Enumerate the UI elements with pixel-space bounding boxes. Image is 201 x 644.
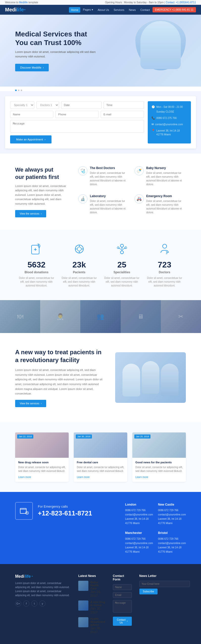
specialities-desc: Dolor sit amet, consectetuar tur eift, s…: [103, 276, 141, 287]
office-newcastle: New Castle 0086 672 729 766 contact@your…: [158, 502, 186, 525]
footer-about-text: Lorem ipsum dolor sit amet, consectetuar…: [15, 581, 71, 597]
specialty-select[interactable]: Specialty 1: [10, 101, 34, 109]
emergency-btn[interactable]: EMERGENCY +1 (800) 641-81 11: [153, 7, 196, 12]
phone-icon-small: 📞: [152, 116, 155, 120]
nav-news[interactable]: News: [127, 7, 138, 13]
social-twitter[interactable]: t: [31, 600, 37, 607]
brand-link[interactable]: Medilife: [19, 1, 28, 4]
footer-about: Medi life ✦ Lorem ipsum dolor sit amet, …: [15, 574, 71, 637]
emergency-left: For Emergency calls +12-823-611-8721: [15, 502, 92, 520]
view-services-btn-2[interactable]: View the services ›: [15, 400, 46, 407]
nav-services[interactable]: Services: [112, 7, 126, 13]
emergency-offices: London 0086 672 729 766 contact@youronli…: [125, 502, 186, 554]
footer-news-text-2: A new drug is tested Jan 30, 2017: [90, 600, 105, 614]
svg-point-7: [120, 244, 123, 247]
office-bristol-postal: 41776 Miami: [158, 550, 186, 554]
phone-input[interactable]: [55, 111, 98, 118]
footer-name-input[interactable]: [113, 584, 132, 590]
phone-link[interactable]: Contact: +1 (800)641-8711: [166, 1, 196, 4]
name-input[interactable]: [10, 111, 53, 118]
office-bristol: Bristol 0086 672 729 766 contact@youronl…: [158, 530, 186, 554]
social-facebook[interactable]: f: [23, 600, 29, 607]
news-date-1: Jan 22, 2018: [17, 434, 33, 439]
office-bristol-address: Laoreet 38, Int 14-18: [158, 545, 186, 550]
footer-news-item-2: A new drug is tested Jan 30, 2017: [78, 600, 105, 614]
office-newcastle-postal: 41776 Miami: [158, 521, 186, 525]
svg-point-8: [120, 251, 123, 254]
news-date-2: Jan 30, 2018: [76, 434, 92, 439]
time-input[interactable]: [104, 101, 144, 109]
stat-blood-donations: 5632 Blood donations Dolor sit amet, con…: [18, 243, 56, 287]
news-title-3: Good news for the pacients: [135, 461, 183, 464]
footer-submit-btn[interactable]: Contact Us ›: [113, 617, 132, 626]
gallery-item-2: 👨‍⚕️: [40, 300, 80, 333]
date-input[interactable]: [61, 101, 102, 109]
appointment-row3: [10, 120, 144, 133]
gallery-overlay-4: 🖥: [121, 300, 161, 333]
svg-point-2: [77, 247, 81, 251]
doctor-figure: [140, 21, 181, 69]
nav-pages[interactable]: Pages ▾: [81, 7, 95, 13]
newsletter-input[interactable]: [139, 581, 190, 587]
news-img-2: Jan 30, 2018: [74, 432, 127, 458]
footer-logo-life: life: [25, 574, 31, 579]
nav-home[interactable]: Home: [69, 7, 80, 13]
stat-specialities: 25 Specialities Dolor sit amet, consecte…: [103, 243, 141, 287]
office-london-email: contact@youronline.com: [125, 512, 153, 517]
emergency-label: For Emergency calls: [38, 505, 92, 508]
emergency-phone: +12-823-611-8721: [38, 509, 92, 517]
news-link-3[interactable]: Learn more: [135, 476, 148, 479]
footer-grid: Medi life ✦ Lorem ipsum dolor sit amet, …: [15, 574, 186, 637]
footer-news-title-3: Health department advice: [90, 617, 105, 626]
doctor-select[interactable]: Doctors 1: [36, 101, 59, 109]
office-manchester: Manchester 0086 672 729 766 contact@your…: [125, 530, 153, 554]
social-youtube[interactable]: y: [39, 600, 45, 607]
nav-contact[interactable]: Contact: [138, 7, 152, 13]
appointment-section: Specialty 1 Doctors 1 Mak: [0, 91, 201, 154]
news-date-3: Jan 25, 2018: [134, 434, 150, 439]
footer-message-input[interactable]: [113, 600, 132, 613]
doctor-figure-2: [142, 361, 159, 394]
best-doctors-icon: 🩺: [78, 166, 87, 175]
footer-logo: Medi life ✦: [15, 574, 71, 579]
footer-contact-heading: Contact Form: [113, 574, 132, 581]
social-gplus[interactable]: G+: [15, 600, 21, 607]
logo-star: ✦: [24, 8, 26, 11]
gallery-overlay-3: 👥: [80, 300, 120, 333]
gallery-section: 🍽 👨‍⚕️ 👥 🖥 ✂: [0, 300, 201, 333]
footer: Medi life ✦ Lorem ipsum dolor sit amet, …: [0, 564, 201, 644]
news-desc-3: Dolor sit amet, consecte tur adipiscing …: [135, 465, 183, 473]
revolutionary-image: [115, 352, 186, 403]
footer-social: G+ f t y: [15, 600, 71, 607]
office-bristol-email: contact@youronline.com: [158, 541, 186, 545]
office-manchester-email: contact@youronline.com: [125, 541, 153, 545]
email-input[interactable]: [101, 111, 144, 118]
logo-life: life: [17, 7, 24, 13]
doctor-figure-3: [161, 364, 179, 397]
view-services-btn[interactable]: View the services ›: [15, 210, 46, 217]
hours-row: 🕐 Mon - Sat 08:00 - 21:00 Sunday CLOSE: [152, 105, 187, 115]
footer-email-input[interactable]: [113, 592, 132, 598]
blood-donations-number: 5632: [18, 260, 56, 269]
footer-submit-arrow: ›: [127, 620, 128, 622]
footer-news-item-1: Better Health Care Jan 20, 2017: [78, 581, 105, 597]
office-london: London 0086 672 729 766 contact@youronli…: [125, 502, 153, 525]
gallery-item-3: 👥: [80, 300, 120, 333]
hero-content: Medical Services that You can Trust 100%…: [15, 30, 101, 71]
news-link-2[interactable]: Learn more: [77, 476, 90, 479]
news-link-1[interactable]: Learn more: [18, 476, 31, 479]
discover-btn[interactable]: Discover Medilife ›: [15, 64, 49, 71]
news-content-2: Free dental care Dolor sit amet, consect…: [74, 458, 127, 482]
service-baby-nursery: 🍼 Baby Nursery Dolor sit amet, consectet…: [135, 166, 186, 189]
pacients-desc: Dolor sit amet, consectetuar tur eift, s…: [60, 276, 98, 287]
message-input[interactable]: [10, 120, 144, 133]
subscribe-btn[interactable]: Subscribe: [139, 589, 158, 594]
hero-title: Medical Services that You can Trust 100%: [15, 30, 101, 47]
appointment-layout: Specialty 1 Doctors 1 Mak: [10, 101, 191, 143]
footer-news-date-3: Jan 30, 2017: [90, 626, 105, 634]
nav-about[interactable]: About Us: [96, 7, 111, 13]
best-doctors-desc: Dolor sit amet, consectetuar tur eift, s…: [90, 171, 130, 186]
phone-row: 📞 0086 672 275 766: [152, 116, 187, 121]
footer-logo-medi: Medi: [15, 574, 24, 579]
appointment-submit-btn[interactable]: Make an Appointment ›: [10, 135, 52, 143]
